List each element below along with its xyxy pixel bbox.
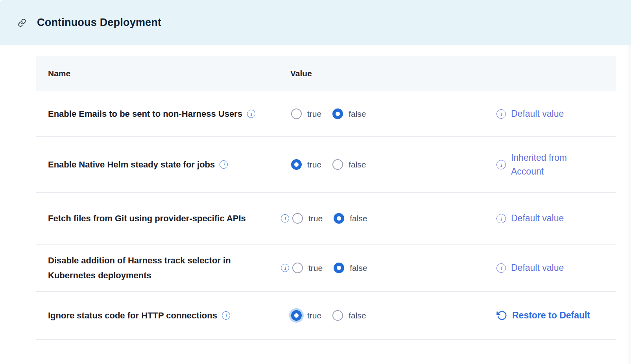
setting-name: Disable addition of Harness track select… bbox=[48, 253, 268, 283]
setting-value-cell: true false bbox=[279, 108, 488, 119]
radio-option-true[interactable]: true bbox=[292, 213, 323, 224]
info-icon[interactable]: i bbox=[496, 214, 506, 223]
radio-true-icon[interactable] bbox=[292, 213, 303, 224]
status-label: Default value bbox=[511, 261, 564, 275]
status-label: Inherited from Account bbox=[511, 151, 592, 178]
radio-label-false: false bbox=[350, 214, 367, 223]
radio-false-icon[interactable] bbox=[332, 159, 343, 170]
radio-group: true false bbox=[291, 108, 366, 119]
radio-false-icon[interactable] bbox=[332, 310, 343, 321]
info-icon[interactable]: i bbox=[496, 109, 506, 119]
radio-option-true[interactable]: true bbox=[291, 108, 321, 119]
info-icon[interactable]: i bbox=[281, 264, 289, 272]
table-row: Disable addition of Harness track select… bbox=[36, 245, 616, 292]
radio-label-false: false bbox=[350, 263, 367, 273]
radio-label-false: false bbox=[349, 109, 366, 119]
radio-label-false: false bbox=[349, 311, 366, 320]
radio-group: true false bbox=[292, 263, 367, 273]
section-header: Continuous Deployment bbox=[0, 0, 631, 45]
table-row: Ignore status code for HTTP connections … bbox=[36, 292, 616, 340]
table-row: Enable Native Helm steady state for jobs… bbox=[36, 137, 616, 193]
info-icon[interactable]: i bbox=[496, 160, 506, 169]
status-label: Default value bbox=[511, 107, 564, 121]
setting-value-cell: true false bbox=[279, 159, 488, 170]
radio-false-icon[interactable] bbox=[334, 263, 344, 273]
setting-name-cell: Disable addition of Harness track select… bbox=[36, 253, 279, 283]
setting-value-cell: i true false bbox=[279, 263, 488, 273]
restore-to-default-link[interactable]: Restore to Default bbox=[512, 309, 590, 322]
settings-table: Name Value Enable Emails to be sent to n… bbox=[36, 56, 616, 340]
radio-true-icon[interactable] bbox=[291, 108, 302, 119]
radio-option-true[interactable]: true bbox=[292, 263, 323, 273]
column-header-value: Value bbox=[279, 69, 488, 78]
radio-group: true false bbox=[291, 310, 366, 321]
setting-status-cell: i Inherited from Account bbox=[488, 151, 616, 178]
info-icon[interactable]: i bbox=[222, 311, 230, 320]
setting-name: Ignore status code for HTTP connections bbox=[48, 308, 217, 323]
radio-false-icon[interactable] bbox=[334, 213, 344, 224]
setting-name-cell: Enable Emails to be sent to non-Harness … bbox=[36, 107, 279, 121]
setting-status-cell: i Default value bbox=[488, 107, 616, 121]
page-title: Continuous Deployment bbox=[37, 17, 161, 29]
info-icon[interactable]: i bbox=[247, 110, 255, 118]
radio-label-true: true bbox=[308, 214, 323, 223]
radio-label-false: false bbox=[349, 160, 366, 169]
setting-value-cell: i true false bbox=[279, 213, 488, 224]
info-icon[interactable]: i bbox=[281, 214, 289, 222]
table-row: Enable Emails to be sent to non-Harness … bbox=[36, 91, 616, 137]
radio-label-true: true bbox=[308, 263, 323, 273]
radio-true-icon[interactable] bbox=[291, 310, 302, 321]
settings-content: Name Value Enable Emails to be sent to n… bbox=[0, 45, 631, 340]
radio-option-false[interactable]: false bbox=[334, 213, 367, 224]
setting-name-cell: Ignore status code for HTTP connections … bbox=[36, 308, 279, 323]
setting-name: Enable Emails to be sent to non-Harness … bbox=[48, 107, 242, 121]
radio-option-true[interactable]: true bbox=[291, 310, 321, 321]
setting-name-cell: Fetch files from Git using provider-spec… bbox=[36, 211, 279, 226]
radio-label-true: true bbox=[307, 160, 321, 169]
radio-label-true: true bbox=[307, 311, 321, 320]
setting-status-cell: i Default value bbox=[488, 261, 616, 275]
radio-option-false[interactable]: false bbox=[332, 159, 366, 170]
setting-name: Fetch files from Git using provider-spec… bbox=[48, 211, 246, 226]
setting-name-cell: Enable Native Helm steady state for jobs… bbox=[36, 157, 279, 172]
info-icon[interactable]: i bbox=[220, 160, 228, 169]
restore-icon[interactable] bbox=[496, 310, 507, 321]
table-row: Fetch files from Git using provider-spec… bbox=[36, 193, 616, 245]
scrollbar[interactable] bbox=[628, 45, 631, 364]
radio-option-true[interactable]: true bbox=[291, 159, 321, 170]
setting-status-cell: i Default value bbox=[488, 211, 616, 225]
radio-true-icon[interactable] bbox=[292, 263, 303, 273]
radio-option-false[interactable]: false bbox=[332, 310, 366, 321]
radio-true-icon[interactable] bbox=[291, 159, 302, 170]
radio-group: true false bbox=[292, 213, 367, 224]
setting-value-cell: true false bbox=[279, 310, 488, 321]
radio-group: true false bbox=[291, 159, 366, 170]
info-icon[interactable]: i bbox=[496, 263, 506, 273]
radio-option-false[interactable]: false bbox=[332, 108, 366, 119]
radio-option-false[interactable]: false bbox=[334, 263, 367, 273]
link-icon[interactable] bbox=[17, 18, 27, 28]
setting-name: Enable Native Helm steady state for jobs bbox=[48, 157, 215, 172]
radio-false-icon[interactable] bbox=[332, 108, 343, 119]
setting-status-cell: Restore to Default bbox=[488, 309, 616, 322]
table-header-row: Name Value bbox=[36, 56, 616, 91]
status-label: Default value bbox=[511, 211, 564, 225]
column-header-name: Name bbox=[36, 69, 279, 78]
radio-label-true: true bbox=[307, 109, 321, 119]
